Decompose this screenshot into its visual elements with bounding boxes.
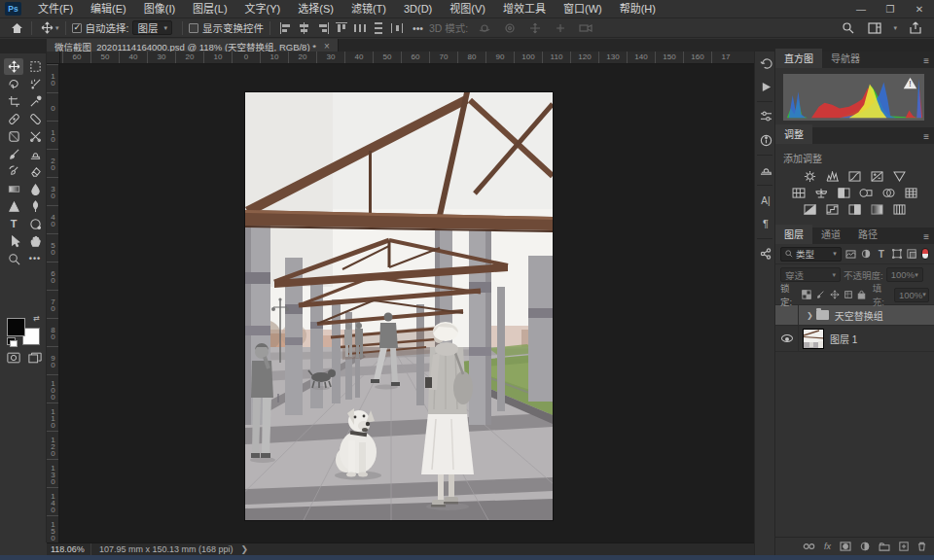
history-brush-tool[interactable] bbox=[4, 163, 23, 180]
auto-select-dropdown[interactable]: 图层▾ bbox=[132, 20, 172, 35]
selective-color-icon[interactable] bbox=[892, 203, 907, 216]
layer-filter-dropdown[interactable]: 类型▾ bbox=[780, 247, 842, 262]
panel-menu-icon[interactable]: ≡ bbox=[923, 55, 929, 66]
tab-paths[interactable]: 路径 bbox=[849, 225, 886, 244]
tab-layers[interactable]: 图层 bbox=[775, 225, 812, 244]
workspace-caret[interactable]: ▾ bbox=[893, 24, 897, 32]
zoom-tool[interactable] bbox=[4, 251, 23, 267]
swap-colors-icon[interactable]: ⇄ bbox=[33, 314, 40, 323]
path-select-tool[interactable] bbox=[4, 233, 23, 250]
layer-name[interactable]: 图层 1 bbox=[830, 332, 857, 346]
menu-item[interactable]: 图层(L) bbox=[184, 0, 235, 18]
menu-item[interactable]: 增效工具 bbox=[494, 0, 555, 18]
menu-item[interactable]: 帮助(H) bbox=[611, 0, 665, 18]
layer-row-group[interactable]: ❯ 天空替换组 bbox=[775, 305, 934, 326]
actions-icon[interactable] bbox=[755, 75, 776, 98]
auto-select-checkbox[interactable] bbox=[72, 23, 82, 33]
menu-item[interactable]: 编辑(E) bbox=[82, 0, 135, 18]
threshold-icon[interactable] bbox=[847, 203, 862, 216]
photo-filter-icon[interactable] bbox=[859, 187, 874, 199]
history-icon[interactable] bbox=[755, 52, 776, 75]
3d-roll-icon[interactable] bbox=[501, 20, 519, 36]
dodge-tool[interactable] bbox=[4, 198, 23, 215]
filter-type-layers-icon[interactable]: T bbox=[876, 248, 887, 260]
posterize-icon[interactable] bbox=[825, 203, 840, 216]
new-group-icon[interactable] bbox=[879, 542, 890, 551]
align-top-icon[interactable] bbox=[336, 22, 347, 34]
new-layer-icon[interactable] bbox=[899, 542, 909, 551]
menu-item[interactable]: 图像(I) bbox=[135, 0, 184, 18]
default-colors-icon[interactable] bbox=[7, 337, 16, 345]
eraser-tool[interactable] bbox=[25, 163, 45, 180]
filter-smart-objects-icon[interactable] bbox=[906, 248, 917, 260]
crop-tool[interactable] bbox=[4, 93, 23, 110]
curves-icon[interactable] bbox=[847, 170, 862, 183]
info-icon[interactable] bbox=[755, 128, 776, 152]
visibility-toggle[interactable] bbox=[775, 326, 799, 351]
lock-transparency-icon[interactable] bbox=[802, 289, 811, 300]
screen-mode-button[interactable] bbox=[25, 349, 45, 366]
align-right-icon[interactable] bbox=[317, 22, 329, 34]
visibility-toggle[interactable] bbox=[775, 305, 799, 325]
spot-healing-brush-tool[interactable] bbox=[4, 111, 23, 127]
tab-navigator[interactable]: 导航器 bbox=[822, 49, 869, 68]
menu-item[interactable]: 选择(S) bbox=[289, 0, 342, 18]
close-button[interactable]: ✕ bbox=[905, 0, 934, 18]
clone-source-icon[interactable] bbox=[755, 158, 776, 182]
gradient-map-icon[interactable] bbox=[870, 203, 884, 216]
panel-menu-icon[interactable]: ≡ bbox=[923, 231, 929, 242]
document-canvas-image[interactable] bbox=[245, 92, 553, 520]
link-layers-icon[interactable] bbox=[803, 542, 815, 550]
edit-toolbar-icon[interactable]: ••• bbox=[25, 251, 45, 267]
show-transform-checkbox[interactable] bbox=[189, 23, 198, 33]
foreground-color-swatch[interactable] bbox=[7, 318, 25, 336]
blur-tool[interactable] bbox=[25, 181, 45, 197]
lock-position-icon[interactable] bbox=[829, 289, 839, 300]
type-tool[interactable]: T bbox=[4, 216, 23, 232]
lasso-tool[interactable] bbox=[4, 76, 23, 92]
layer-style-icon[interactable]: fx bbox=[824, 542, 831, 551]
tab-channels[interactable]: 通道 bbox=[812, 225, 849, 244]
layer-filter-toggle[interactable] bbox=[921, 248, 929, 260]
healing-patch-tool[interactable] bbox=[25, 111, 45, 127]
new-adjustment-layer-icon[interactable] bbox=[860, 542, 870, 551]
distribute-h-icon[interactable] bbox=[354, 22, 366, 34]
lock-all-icon[interactable] bbox=[857, 289, 867, 300]
share-icon[interactable] bbox=[907, 20, 924, 36]
magic-wand-tool[interactable] bbox=[25, 76, 45, 92]
eyedropper-tool[interactable] bbox=[25, 93, 45, 110]
home-icon[interactable] bbox=[8, 20, 25, 36]
slice-tool[interactable] bbox=[25, 128, 45, 145]
properties-icon[interactable] bbox=[755, 105, 776, 128]
zoom-level-field[interactable]: 118.06% bbox=[47, 543, 91, 555]
align-left-icon[interactable] bbox=[280, 22, 292, 34]
shape-tool[interactable] bbox=[25, 216, 45, 232]
invert-icon[interactable] bbox=[803, 203, 817, 216]
move-tool-icon[interactable] bbox=[38, 20, 55, 36]
menu-item[interactable]: 文字(Y) bbox=[236, 0, 290, 18]
3d-pan-icon[interactable] bbox=[526, 20, 544, 36]
hue-saturation-icon[interactable] bbox=[792, 187, 807, 199]
color-balance-icon[interactable] bbox=[814, 187, 829, 199]
fill-value[interactable]: 100%▾ bbox=[894, 288, 929, 302]
panel-menu-icon[interactable]: ≡ bbox=[923, 131, 929, 142]
menu-item[interactable]: 文件(F) bbox=[29, 0, 82, 18]
levels-icon[interactable] bbox=[825, 170, 840, 183]
3d-camera-icon[interactable] bbox=[577, 20, 594, 36]
menu-item[interactable]: 3D(D) bbox=[395, 0, 441, 18]
pen-tool[interactable] bbox=[25, 198, 45, 215]
status-options-chevron[interactable]: ❯ bbox=[240, 544, 248, 554]
glyphs-icon[interactable] bbox=[755, 242, 776, 265]
distribute-spacing-icon[interactable] bbox=[391, 22, 403, 34]
add-mask-icon[interactable] bbox=[840, 542, 851, 551]
3d-slide-icon[interactable] bbox=[552, 20, 569, 36]
marquee-tool[interactable] bbox=[25, 58, 45, 75]
menu-item[interactable]: 滤镜(T) bbox=[342, 0, 395, 18]
brush-tool[interactable] bbox=[4, 146, 23, 162]
distribute-v-icon[interactable] bbox=[373, 22, 384, 34]
menu-item[interactable]: 窗口(W) bbox=[555, 0, 611, 18]
character-icon[interactable]: A| bbox=[755, 189, 776, 212]
minimize-button[interactable]: — bbox=[846, 0, 876, 18]
group-expand-icon[interactable]: ❯ bbox=[807, 311, 813, 320]
workspace-switcher-icon[interactable] bbox=[866, 20, 883, 36]
